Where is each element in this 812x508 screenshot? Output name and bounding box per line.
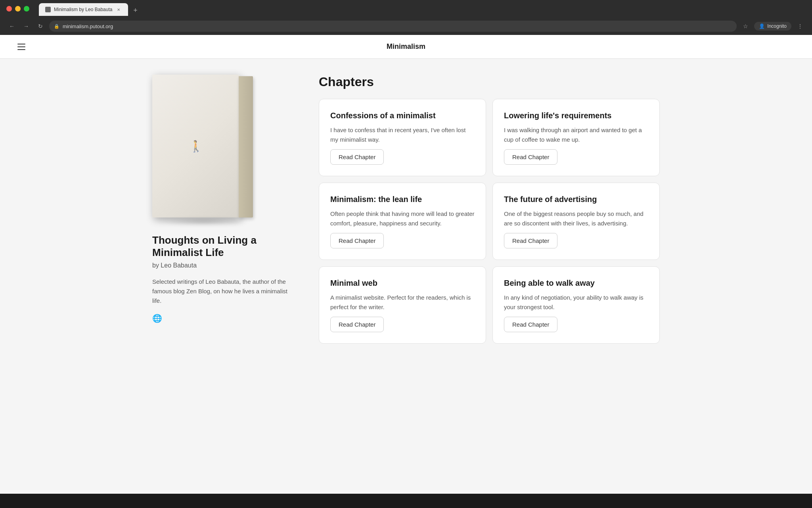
chapter-title-2: Lowering life's requirements: [504, 110, 648, 121]
book-author: by Leo Babauta: [152, 262, 295, 269]
tab-title: Minimalism by Leo Babauta: [54, 7, 112, 12]
page-header: Minimalism: [0, 35, 812, 59]
window-controls: [6, 6, 29, 12]
chapter-card-3: Minimalism: the lean life Often people t…: [319, 183, 486, 260]
address-bar[interactable]: 🔒 minimalism.putout.org: [49, 21, 737, 32]
read-chapter-button-2[interactable]: Read Chapter: [504, 149, 557, 165]
main-content: 🚶 Thoughts on Living a Minimalist Life b…: [128, 59, 684, 360]
chapter-card-1: Confessions of a minimalist I have to co…: [319, 99, 486, 176]
page-content: Minimalism 🚶 Thoughts on Living a Minima…: [0, 35, 812, 494]
maximize-window-button[interactable]: [24, 6, 29, 12]
book-cover-icon: 🚶: [189, 140, 203, 153]
chapter-excerpt-5: A minimalist website. Perfect for the re…: [330, 293, 475, 312]
book-sidebar: 🚶 Thoughts on Living a Minimalist Life b…: [152, 75, 295, 344]
chapter-excerpt-3: Often people think that having more will…: [330, 209, 475, 228]
chapter-card-4: The future of advertising One of the big…: [492, 183, 660, 260]
chapter-card-5: Minimal web A minimalist website. Perfec…: [319, 266, 486, 344]
lock-icon: 🔒: [54, 24, 59, 29]
chapter-card-6: Being able to walk away In any kind of n…: [492, 266, 660, 344]
read-chapter-button-1[interactable]: Read Chapter: [330, 149, 384, 165]
book-3d: 🚶: [152, 75, 255, 221]
toolbar-right: ☆ 👤 Incognito ⋮: [740, 21, 806, 32]
menu-line-1: [17, 44, 25, 44]
book-shadow: [156, 217, 251, 225]
chapters-section: Chapters Confessions of a minimalist I h…: [319, 75, 660, 344]
chapter-title-3: Minimalism: the lean life: [330, 194, 475, 204]
close-window-button[interactable]: [6, 6, 12, 12]
book-front: 🚶: [152, 75, 239, 217]
incognito-icon: 👤: [759, 23, 765, 29]
title-bar: Minimalism by Leo Babauta ✕ +: [0, 0, 812, 17]
incognito-label: Incognito: [767, 23, 787, 29]
author-prefix: by: [152, 262, 159, 269]
hamburger-menu-button[interactable]: [16, 40, 30, 54]
active-tab[interactable]: Minimalism by Leo Babauta ✕: [39, 3, 128, 16]
reload-button[interactable]: ↻: [35, 21, 46, 32]
url-text: minimalism.putout.org: [63, 23, 113, 29]
chapter-excerpt-1: I have to confess that in recent years, …: [330, 125, 475, 144]
chapter-excerpt-4: One of the biggest reasons people buy so…: [504, 209, 648, 228]
book-spine: [239, 76, 253, 217]
read-chapter-button-6[interactable]: Read Chapter: [504, 317, 557, 332]
chapter-excerpt-6: In any kind of negotiation, your ability…: [504, 293, 648, 312]
close-tab-button[interactable]: ✕: [115, 6, 122, 13]
menu-button[interactable]: ⋮: [795, 21, 806, 32]
read-chapter-button-3[interactable]: Read Chapter: [330, 233, 384, 248]
forward-button[interactable]: →: [21, 21, 32, 32]
book-title: Thoughts on Living a Minimalist Life: [152, 234, 295, 259]
chapter-title-6: Being able to walk away: [504, 278, 648, 288]
read-chapter-button-5[interactable]: Read Chapter: [330, 317, 384, 332]
bookmark-button[interactable]: ☆: [740, 21, 751, 32]
browser-chrome: Minimalism by Leo Babauta ✕ + ← → ↻ 🔒 mi…: [0, 0, 812, 35]
page-title: Minimalism: [387, 42, 425, 51]
chapter-excerpt-2: I was walking through an airport and wan…: [504, 125, 648, 144]
minimize-window-button[interactable]: [15, 6, 21, 12]
author-name: Leo Babauta: [161, 262, 197, 269]
book-description: Selected writings of Leo Babauta, the au…: [152, 277, 295, 306]
new-tab-button[interactable]: +: [130, 5, 141, 16]
chapter-title-1: Confessions of a minimalist: [330, 110, 475, 121]
book-cover: 🚶: [152, 75, 255, 221]
globe-icon[interactable]: 🌐: [152, 314, 162, 323]
chapter-title-4: The future of advertising: [504, 194, 648, 204]
menu-line-2: [17, 46, 25, 47]
read-chapter-button-4[interactable]: Read Chapter: [504, 233, 557, 248]
chapter-title-5: Minimal web: [330, 278, 475, 288]
menu-line-3: [17, 49, 25, 50]
chapters-heading: Chapters: [319, 75, 660, 89]
incognito-button[interactable]: 👤 Incognito: [754, 22, 791, 31]
tab-favicon: [45, 7, 51, 12]
back-button[interactable]: ←: [6, 21, 17, 32]
chapters-grid: Confessions of a minimalist I have to co…: [319, 99, 660, 344]
chapter-card-2: Lowering life's requirements I was walki…: [492, 99, 660, 176]
tabs-bar: Minimalism by Leo Babauta ✕ +: [36, 2, 144, 16]
toolbar: ← → ↻ 🔒 minimalism.putout.org ☆ 👤 Incogn…: [0, 17, 812, 35]
